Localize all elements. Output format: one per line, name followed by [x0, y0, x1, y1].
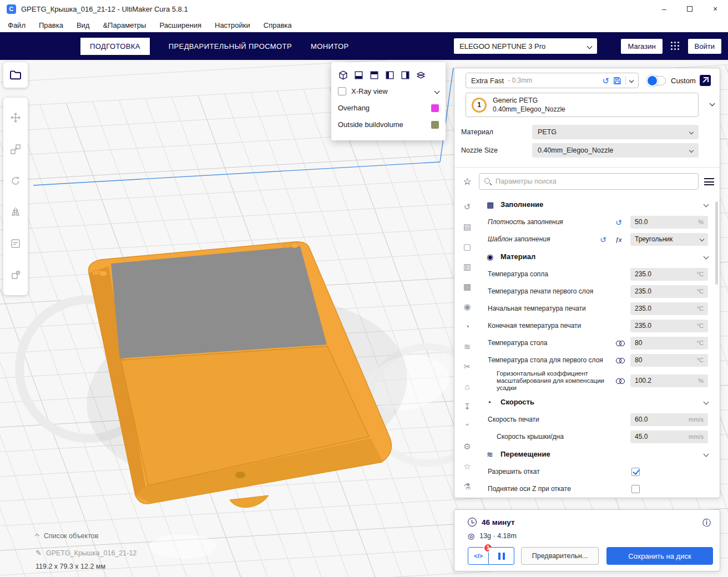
printing-temp-field[interactable]: 235.0 °C — [630, 268, 708, 281]
extruder-config[interactable]: 1 Generic PETG 0.40mm_Elegoo_Nozzle — [466, 93, 699, 117]
view-right-icon[interactable] — [400, 70, 411, 80]
settings-search[interactable] — [479, 173, 699, 190]
initial-print-temp-field[interactable]: 235.0 °C — [630, 302, 708, 315]
search-input[interactable] — [496, 178, 694, 185]
setting-unit: % — [698, 374, 704, 387]
profile-selector[interactable]: Extra Fast - 0.3mm ↺ — [466, 73, 639, 88]
header-actions: Магазин Войти — [621, 32, 721, 60]
marketplace-button[interactable]: Магазин — [621, 39, 662, 54]
chevron-down-icon[interactable] — [434, 89, 440, 94]
retraction-checkbox[interactable] — [631, 468, 640, 476]
save-to-disk-button[interactable]: Сохранить на диск — [606, 547, 713, 565]
tab-prepare[interactable]: ПОДГОТОВКА — [80, 38, 150, 55]
xray-checkbox[interactable] — [338, 87, 346, 95]
nozzle-dropdown[interactable]: 0.40mm_Elegoo_Nozzle — [532, 143, 699, 158]
infill-density-field[interactable]: 50.0 % — [630, 216, 708, 229]
section-header-infill[interactable]: ▩ Заполнение — [454, 196, 720, 214]
per-model-settings-button[interactable] — [7, 235, 24, 252]
material-dropdown[interactable]: PETG — [532, 125, 699, 139]
layers-view-icon[interactable] — [416, 70, 426, 80]
setting-unit: °C — [697, 285, 704, 298]
pause-button[interactable] — [489, 547, 514, 565]
section-title: Скорость — [501, 393, 534, 411]
search-row: ☆ — [461, 173, 714, 190]
mirror-tool-button[interactable] — [7, 204, 24, 220]
initial-layer-print-temp-field[interactable]: 235.0 °C — [630, 285, 708, 298]
buildvolume-edge — [33, 162, 440, 185]
tab-monitor[interactable]: МОНИТОР — [311, 42, 349, 50]
view-3d-icon[interactable] — [338, 70, 348, 80]
sign-in-button[interactable]: Войти — [688, 39, 721, 54]
move-tool-button[interactable] — [7, 109, 24, 126]
close-button[interactable]: × — [702, 0, 728, 18]
section-header-travel[interactable]: ≋ Перемещение — [454, 446, 720, 463]
object-list-item[interactable]: ✎ GPETG_Крышка_016_21-12 — [36, 549, 136, 557]
menu-view[interactable]: Вид — [77, 21, 90, 29]
settings-menu-icon[interactable] — [704, 178, 714, 185]
view-left-icon[interactable] — [385, 70, 395, 80]
reset-profile-icon[interactable]: ↺ — [602, 77, 609, 85]
top-bottom-speed-field[interactable]: 45.0 mm/s — [630, 431, 708, 443]
minimize-button[interactable]: – — [651, 0, 677, 18]
expand-panel-icon[interactable] — [700, 75, 711, 86]
menu-preferences[interactable]: Настройки — [215, 21, 250, 29]
printer-selector[interactable]: ELEGOO NEPTUNE 3 Pro — [454, 38, 597, 54]
apps-grid-icon[interactable] — [671, 42, 680, 50]
tab-preview[interactable]: ПРЕДВАРИТЕЛЬНЫЙ ПРОСМОТР — [169, 42, 292, 50]
reset-setting-icon[interactable]: ↺ — [600, 236, 606, 244]
profile-row: Extra Fast - 0.3mm ↺ Custom — [466, 73, 711, 88]
view-top-icon[interactable] — [369, 70, 380, 80]
view-front-icon[interactable] — [353, 70, 364, 80]
scale-icon — [10, 144, 21, 155]
save-profile-icon[interactable] — [613, 77, 621, 85]
bed-temp-initial-layer-field[interactable]: 80 °C — [630, 354, 708, 367]
menu-edit[interactable]: Правка — [39, 21, 63, 29]
rotate-tool-button[interactable] — [7, 173, 24, 189]
setting-value: Треугольник — [635, 233, 673, 246]
scale-tool-button[interactable] — [7, 141, 24, 158]
open-file-button[interactable] — [3, 62, 28, 88]
model[interactable] — [88, 242, 391, 508]
model-pin — [291, 242, 299, 248]
support-blocker-button[interactable] — [7, 267, 24, 284]
infill-pattern-dropdown[interactable]: Треугольник — [630, 233, 708, 246]
final-print-temp-field[interactable]: 235.0 °C — [630, 320, 708, 332]
action-panel: 46 минут ⓘ ◎ 13g · 4.18m </> 1 Предварит… — [454, 509, 720, 571]
gcode-button[interactable]: </> 1 — [468, 547, 489, 565]
setting-value: 235.0 — [635, 302, 651, 315]
close-icon: × — [713, 4, 717, 13]
settings-scrollbar[interactable] — [715, 201, 718, 285]
section-header-material[interactable]: ◉ Материал — [454, 248, 720, 266]
model-toolbar — [3, 98, 28, 295]
mirror-icon — [10, 206, 21, 217]
profile-layer-height: - 0.3mm — [508, 77, 532, 84]
menu-extensions[interactable]: Расширения — [159, 21, 201, 29]
favorites-star-icon[interactable]: ☆ — [461, 176, 473, 188]
fx-icon[interactable]: ƒx — [615, 236, 622, 243]
bed-temp-field[interactable]: 80 °C — [630, 337, 708, 350]
model-tab — [230, 495, 269, 508]
overhang-label: Overhang — [338, 104, 370, 112]
chevron-down-icon[interactable] — [710, 101, 715, 107]
print-speed-field[interactable]: 60.0 mm/s — [630, 413, 708, 426]
section-header-speed[interactable]: ◔ Скорость — [454, 393, 720, 411]
menu-settings-params[interactable]: &Параметры — [103, 21, 146, 29]
info-icon[interactable]: ⓘ — [702, 518, 711, 527]
output-buttons-row: </> 1 Предварительн... Сохранить на диск — [468, 546, 713, 565]
object-list-toggle[interactable]: Список объектов — [36, 532, 136, 540]
maximize-button[interactable] — [677, 0, 702, 18]
custom-mode-toggle[interactable] — [647, 76, 666, 85]
chevron-down-icon[interactable] — [629, 78, 634, 83]
menu-file[interactable]: Файл — [8, 21, 26, 29]
per-model-settings-icon — [10, 238, 21, 249]
shrinkage-factor-field[interactable]: 100.2 % — [630, 374, 708, 387]
extruder-number: 1 — [477, 101, 481, 109]
menu-help[interactable]: Справка — [264, 21, 292, 29]
toggle-knob — [646, 75, 658, 87]
divider — [625, 76, 626, 85]
reset-setting-icon[interactable]: ↺ — [615, 219, 622, 226]
setting-value: 60.0 — [635, 413, 648, 426]
preview-button[interactable]: Предварительн... — [521, 547, 599, 565]
setting-unit: °C — [697, 354, 704, 367]
zhop-checkbox[interactable] — [631, 485, 640, 493]
